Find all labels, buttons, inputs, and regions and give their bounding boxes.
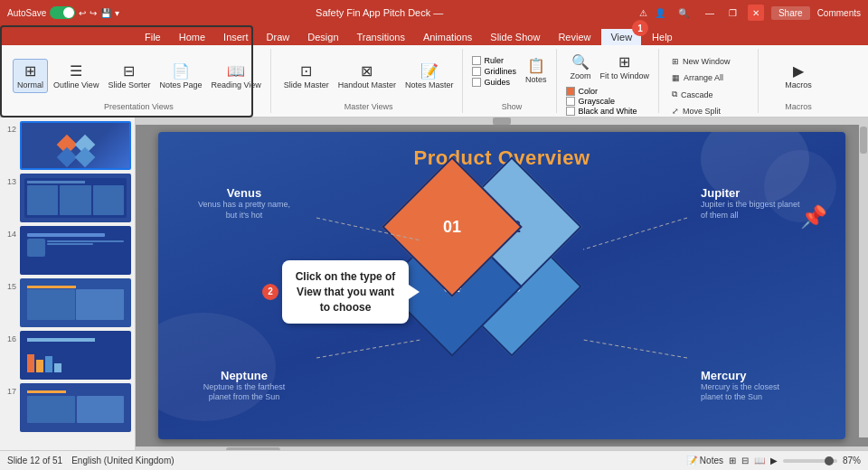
- slide-thumb-13[interactable]: 13: [4, 174, 131, 222]
- guides-checkbox[interactable]: [472, 78, 481, 87]
- zoom-buttons: 🔍 Zoom ⊞ Fit to Window: [566, 51, 653, 83]
- notes-page-icon: 📄: [172, 62, 190, 80]
- slide-preview-15[interactable]: [20, 278, 131, 327]
- macros-icon: ▶: [793, 62, 804, 80]
- gridlines-label: Gridlines: [484, 67, 516, 76]
- sorter-label: Slide Sorter: [108, 80, 150, 89]
- status-left: Slide 12 of 51 English (United Kingdom): [7, 456, 175, 465]
- ruler-checkbox-row[interactable]: Ruler: [472, 56, 516, 65]
- slide-preview-17[interactable]: [20, 383, 131, 432]
- outline-icon: ☰: [70, 62, 82, 80]
- outline-view-button[interactable]: ☰ Outline View: [50, 60, 102, 92]
- autosave-control[interactable]: AutoSave: [7, 6, 75, 19]
- tab-transitions[interactable]: Transitions: [348, 29, 414, 45]
- slide-thumb-14[interactable]: 14: [4, 226, 131, 275]
- tab-insert[interactable]: Insert: [214, 29, 258, 45]
- view-sorter-icon[interactable]: ⊟: [741, 456, 749, 465]
- tab-draw[interactable]: Draw: [258, 29, 299, 45]
- notes-button[interactable]: 📋 Notes: [522, 54, 551, 100]
- close-button[interactable]: ✕: [748, 5, 764, 21]
- cascade-icon: ⧉: [672, 89, 677, 99]
- slide-thumb-17[interactable]: 17: [4, 383, 131, 432]
- view-normal-icon[interactable]: ⊞: [729, 456, 736, 465]
- macros-title: Macros: [768, 100, 829, 111]
- grayscale-row[interactable]: Grayscale: [566, 97, 653, 106]
- slide-thumb-16[interactable]: 16: [4, 331, 131, 380]
- tab-help[interactable]: Help: [643, 29, 682, 45]
- slide-thumb-15[interactable]: 15: [4, 278, 131, 327]
- ribbon-group-macros: ▶ Macros Macros: [762, 49, 835, 113]
- jupiter-desc: Jupiter is the biggest planet of them al…: [701, 200, 800, 221]
- save-icon[interactable]: 💾: [100, 8, 111, 18]
- arrange-all-button[interactable]: ▦ Arrange All: [668, 70, 752, 85]
- show-title: Show: [472, 100, 551, 111]
- ruler-checkbox[interactable]: [472, 56, 481, 65]
- share-button[interactable]: Share: [771, 6, 810, 20]
- normal-view-button[interactable]: ⊞ Normal: [13, 59, 48, 93]
- slide-thumb-12[interactable]: 12: [4, 121, 131, 170]
- user-icon[interactable]: 👤: [655, 8, 665, 18]
- tab-review[interactable]: Review: [549, 29, 599, 45]
- slide-num-14: 14: [4, 226, 16, 239]
- view-reading-icon[interactable]: 📖: [754, 456, 765, 465]
- color-row[interactable]: Color: [566, 87, 653, 96]
- bw-checkbox[interactable]: [566, 107, 575, 116]
- slide-master-button[interactable]: ⊡ Slide Master: [280, 60, 333, 92]
- slide-preview-12[interactable]: [20, 121, 131, 170]
- handout-master-button[interactable]: ⊠ Handout Master: [335, 60, 400, 92]
- slide-preview-13[interactable]: [20, 174, 131, 222]
- notes-page-label: Notes Page: [159, 80, 202, 89]
- horizontal-scrollbar[interactable]: [136, 446, 868, 450]
- move-split-icon: ⤢: [672, 107, 679, 116]
- top-scroll[interactable]: [136, 118, 868, 125]
- tab-slideshow[interactable]: Slide Show: [481, 29, 549, 45]
- reading-view-button[interactable]: 📖 Reading View: [207, 60, 264, 92]
- tab-home[interactable]: Home: [170, 29, 214, 45]
- tab-animations[interactable]: Animations: [414, 29, 481, 45]
- slide-panel[interactable]: 12 13: [0, 118, 136, 450]
- tab-file[interactable]: File: [136, 29, 170, 45]
- zoom-button[interactable]: 🔍 Zoom: [566, 51, 594, 83]
- master-views-title: Master Views: [280, 100, 458, 111]
- search-ribbon-icon[interactable]: 🔍: [673, 6, 694, 20]
- tab-design[interactable]: Design: [298, 29, 347, 45]
- zoom-slider[interactable]: [783, 459, 837, 463]
- grayscale-label: Grayscale: [578, 97, 615, 106]
- slide-preview-14[interactable]: [20, 226, 131, 275]
- gridlines-checkbox[interactable]: [472, 67, 481, 76]
- slide-preview-16[interactable]: [20, 331, 131, 380]
- status-bar: Slide 12 of 51 English (United Kingdom) …: [0, 450, 868, 470]
- reading-label: Reading View: [211, 80, 260, 89]
- guides-checkbox-row[interactable]: Guides: [472, 78, 516, 87]
- macros-button[interactable]: ▶ Macros: [768, 60, 829, 92]
- restore-button[interactable]: ❐: [725, 8, 741, 18]
- slide-num-13: 13: [4, 174, 16, 186]
- gridlines-checkbox-row[interactable]: Gridlines: [472, 67, 516, 76]
- undo-icon[interactable]: ↩: [79, 8, 86, 18]
- handout-icon: ⊠: [361, 62, 373, 80]
- notes-status-icon[interactable]: 📝 Notes: [686, 456, 723, 465]
- handout-label: Handout Master: [338, 80, 396, 89]
- notes-master-button[interactable]: 📝 Notes Master: [401, 60, 458, 92]
- title-bar-left: AutoSave ↩ ↪ 💾 ▾: [7, 6, 119, 19]
- notes-page-button[interactable]: 📄 Notes Page: [156, 60, 205, 92]
- right-scrollbar[interactable]: [859, 125, 868, 437]
- ribbon-content: ⊞ Normal ☰ Outline View ⊟ Slide Sorter 📄…: [0, 45, 868, 118]
- neptune-label: Neptune Neptune is the farthest planet f…: [194, 369, 294, 403]
- view-slideshow-icon[interactable]: ▶: [770, 456, 778, 465]
- cascade-button[interactable]: ⧉ Cascade: [668, 87, 752, 102]
- minimize-button[interactable]: —: [702, 8, 718, 18]
- slide-sorter-button[interactable]: ⊟ Slide Sorter: [104, 60, 154, 92]
- grayscale-checkbox[interactable]: [566, 97, 575, 106]
- redo-icon[interactable]: ↪: [90, 8, 97, 18]
- tab-view[interactable]: View 1: [599, 27, 643, 45]
- bw-row[interactable]: Black and White: [566, 107, 653, 116]
- fit-window-button[interactable]: ⊞ Fit to Window: [596, 51, 653, 83]
- venus-name: Venus: [194, 186, 294, 200]
- new-window-button[interactable]: ⊞ New Window: [668, 54, 752, 69]
- zoom-level: 87%: [843, 456, 861, 465]
- move-split-button[interactable]: ⤢ Move Split: [668, 104, 752, 118]
- mercury-desc: Mercury is the closest planet to the Sun: [701, 382, 800, 403]
- comments-button[interactable]: Comments: [817, 8, 861, 18]
- autosave-toggle[interactable]: [50, 6, 75, 19]
